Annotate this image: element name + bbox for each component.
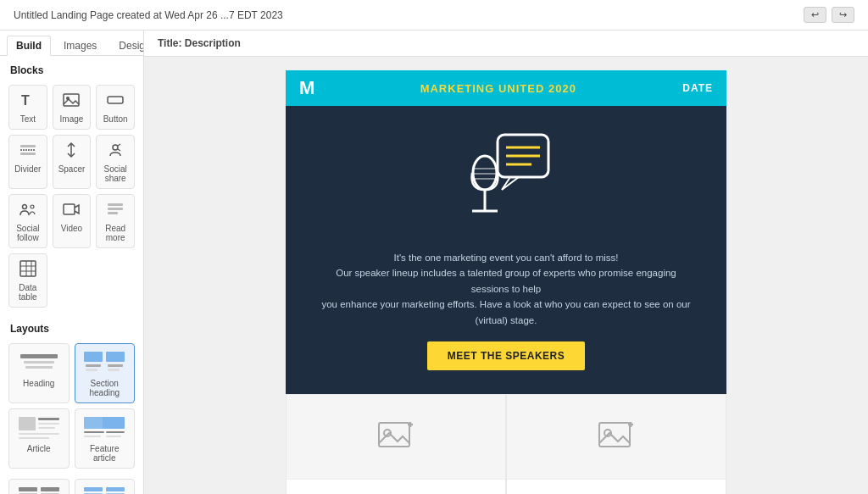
svg-rect-4 <box>20 145 36 147</box>
layouts-grid-2: ─ ⊞ ⊞ ─ <box>0 475 143 494</box>
svg-rect-32 <box>38 418 59 420</box>
extra-2-preview <box>82 485 126 494</box>
page-canvas: M MARKETING UNITED 2020 DATE <box>286 70 726 494</box>
svg-rect-39 <box>84 431 104 433</box>
data-table-icon <box>19 259 37 280</box>
hero-body: It's the one marketing event you can't a… <box>286 250 726 341</box>
title-bar: Title: Description <box>144 31 868 57</box>
svg-rect-17 <box>20 261 36 276</box>
svg-rect-16 <box>108 212 118 214</box>
cards-row: Choose Your Pass Get an All-Access Pass … <box>286 394 726 494</box>
block-image-label: Image <box>60 114 84 124</box>
block-social-follow[interactable]: Social follow <box>8 194 47 248</box>
svg-rect-27 <box>86 364 101 367</box>
block-image[interactable]: Image <box>53 85 92 130</box>
svg-rect-40 <box>84 436 101 437</box>
section-heading-preview <box>82 349 126 376</box>
block-button[interactable]: Button <box>96 85 135 130</box>
add-image-icon-2 <box>596 416 637 457</box>
svg-rect-13 <box>64 204 75 214</box>
card-2-image <box>507 395 726 480</box>
meet-speakers-button[interactable]: MEET THE SPEAKERS <box>427 341 586 370</box>
undo-button[interactable]: ↩ <box>804 7 826 23</box>
layout-section-heading-label: Section heading <box>79 379 131 397</box>
block-text-label: Text <box>20 114 36 124</box>
svg-rect-14 <box>108 203 123 206</box>
tab-images[interactable]: Images <box>54 36 106 55</box>
block-text[interactable]: T Text <box>8 85 47 130</box>
page-title: Untitled Landing Page created at Wed Apr… <box>14 9 283 21</box>
title-value: Description <box>185 37 241 49</box>
layouts-grid: Heading Section heading <box>0 340 143 475</box>
svg-rect-28 <box>108 364 123 367</box>
feature-article-preview <box>82 414 126 441</box>
layout-feature-article-label: Feature article <box>79 444 131 463</box>
svg-rect-65 <box>599 423 630 447</box>
svg-rect-24 <box>25 366 53 369</box>
svg-point-8 <box>113 145 118 150</box>
layout-extra-1[interactable]: ─ ⊞ <box>8 479 70 494</box>
hero-cta: MEET THE SPEAKERS <box>286 341 726 394</box>
social-follow-icon <box>19 200 37 221</box>
hero-illustration <box>451 126 561 236</box>
block-button-label: Button <box>103 114 128 124</box>
blocks-title: Blocks <box>0 56 143 81</box>
block-read-more[interactable]: Read more <box>96 194 135 248</box>
content-area: Title: Description M MARKETING UNITED 20… <box>144 31 868 494</box>
svg-rect-35 <box>19 433 59 435</box>
svg-rect-38 <box>84 417 103 429</box>
tab-build[interactable]: Build <box>7 36 51 56</box>
svg-line-9 <box>118 144 120 146</box>
main-layout: Build Images Design Blocks T Text Image <box>0 31 868 494</box>
social-share-icon <box>106 141 125 162</box>
tab-row: Build Images Design <box>0 31 143 56</box>
add-image-icon-1 <box>376 416 416 457</box>
svg-rect-31 <box>19 417 36 430</box>
block-video-label: Video <box>61 224 82 233</box>
layout-feature-article[interactable]: Feature article <box>75 408 136 469</box>
svg-rect-26 <box>106 352 125 362</box>
mu-header-text: MARKETING UNITED 2020 <box>420 82 576 95</box>
layout-section-heading[interactable]: Section heading <box>75 343 136 403</box>
image-icon <box>62 91 81 112</box>
block-data-table-label: Data table <box>13 283 43 302</box>
article-preview <box>17 414 61 441</box>
read-more-icon <box>106 200 125 221</box>
svg-rect-1 <box>64 94 79 106</box>
svg-rect-30 <box>108 369 120 371</box>
hero-header: M MARKETING UNITED 2020 DATE <box>286 70 726 106</box>
layout-heading[interactable]: Heading <box>8 343 70 403</box>
blocks-grid: T Text Image Button <box>0 81 143 314</box>
title-label: Title: <box>158 37 181 49</box>
layouts-title: Layouts <box>0 314 143 340</box>
svg-rect-6 <box>20 153 36 155</box>
svg-rect-41 <box>106 431 125 433</box>
layout-extra-2[interactable]: ⊞ ─ <box>75 479 136 494</box>
top-bar: Untitled Landing Page created at Wed Apr… <box>0 0 868 31</box>
block-social-follow-label: Social follow <box>13 224 43 242</box>
divider-icon <box>19 141 37 162</box>
card-choose-pass: Choose Your Pass Get an All-Access Pass … <box>286 394 506 494</box>
layout-heading-label: Heading <box>23 379 54 388</box>
block-read-more-label: Read more <box>100 224 131 242</box>
layout-article[interactable]: Article <box>8 408 70 469</box>
block-spacer[interactable]: Spacer <box>53 135 92 189</box>
sidebar: Build Images Design Blocks T Text Image <box>0 31 144 494</box>
block-video[interactable]: Video <box>53 194 92 248</box>
block-divider[interactable]: Divider <box>8 135 47 189</box>
svg-point-12 <box>31 205 34 208</box>
text-icon: T <box>19 91 37 112</box>
svg-text:T: T <box>21 93 30 108</box>
button-icon <box>106 91 125 112</box>
mu-logo: M <box>299 77 314 99</box>
svg-rect-22 <box>20 354 58 358</box>
svg-point-55 <box>473 156 497 190</box>
card-2-content: Program Schedule Browse the schedule to … <box>507 480 726 494</box>
svg-rect-23 <box>24 361 54 364</box>
redo-button[interactable]: ↪ <box>832 7 854 23</box>
svg-rect-36 <box>19 437 49 439</box>
block-social-share[interactable]: Social share <box>96 135 135 189</box>
tab-design[interactable]: Design <box>109 36 144 55</box>
svg-rect-25 <box>84 352 103 362</box>
block-data-table[interactable]: Data table <box>8 253 47 308</box>
